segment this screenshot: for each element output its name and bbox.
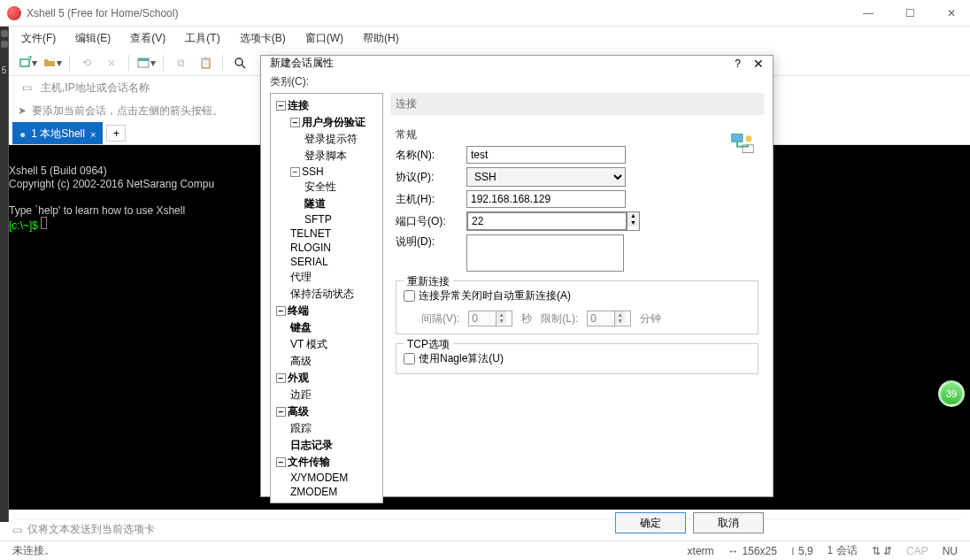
floating-badge[interactable]: 39	[938, 380, 965, 407]
protocol-select[interactable]: SSH	[466, 167, 626, 187]
general-label: 常规	[396, 127, 758, 142]
tree-logging[interactable]: 日志记录	[271, 437, 382, 454]
desc-input[interactable]	[466, 234, 624, 272]
copy-button[interactable]: ⧉	[171, 53, 190, 73]
window-close-button[interactable]: ✕	[940, 7, 963, 19]
tab-add-button[interactable]: +	[106, 125, 126, 142]
limit-label: 限制(L):	[541, 311, 578, 326]
tab-close-button[interactable]: ×	[90, 129, 96, 140]
status-cap: CAP	[906, 545, 928, 557]
menu-view[interactable]: 查看(V)	[127, 29, 169, 48]
section-header: 连接	[390, 93, 764, 115]
disconnect-button[interactable]: ⤫	[102, 53, 121, 73]
compose-hint[interactable]: 仅将文本发送到当前选项卡	[27, 522, 155, 537]
window-title: Xshell 5 (Free for Home/School)	[27, 7, 856, 19]
hint-text: 要添加当前会话，点击左侧的箭头按钮。	[32, 104, 223, 119]
nagle-checkbox[interactable]	[404, 353, 415, 364]
tree-appearance[interactable]: −外观	[271, 370, 382, 387]
tree-zmodem[interactable]: ZMODEM	[271, 485, 382, 499]
dialog-title: 新建会话属性	[270, 56, 735, 71]
terminal-prompt: [c:\~]$	[9, 219, 41, 232]
tree-keepalive[interactable]: 保持活动状态	[271, 286, 382, 303]
window-maximize-button[interactable]: ☐	[898, 7, 922, 19]
menu-file[interactable]: 文件(F)	[18, 29, 59, 48]
tree-xymodem[interactable]: X/YMODEM	[271, 471, 382, 485]
terminal-line: Type `help' to learn how to use Xshell	[9, 204, 185, 217]
limit-stepper[interactable]: ▲▼	[587, 311, 631, 326]
svg-line-5	[242, 65, 245, 68]
port-up-button[interactable]: ▲	[627, 212, 639, 219]
interval-stepper[interactable]: ▲▼	[468, 311, 512, 326]
tcp-legend: TCP选项	[404, 337, 453, 352]
menu-tab[interactable]: 选项卡(B)	[236, 29, 289, 48]
app-icon	[7, 6, 21, 20]
menu-edit[interactable]: 编辑(E)	[72, 29, 114, 48]
svg-point-8	[746, 135, 752, 142]
tree-margin[interactable]: 边距	[271, 387, 382, 403]
status-pos: ⁞5,9	[791, 545, 813, 557]
form-panel: 连接 常规 名称(N): 协议(P):	[390, 93, 764, 503]
cancel-button[interactable]: 取消	[693, 512, 764, 533]
tree-auth[interactable]: −用户身份验证	[271, 114, 382, 131]
status-term: xterm	[688, 545, 714, 557]
name-input[interactable]	[466, 146, 626, 164]
resize-icon: ↔	[728, 545, 739, 557]
tree-keyboard[interactable]: 键盘	[271, 319, 382, 336]
dialog-help-button[interactable]: ?	[735, 58, 741, 70]
tab-local-shell[interactable]: ● 1 本地Shell ×	[12, 122, 103, 144]
open-folder-button[interactable]: ▾	[42, 53, 62, 73]
tree-tunnel[interactable]: 隧道	[271, 196, 382, 212]
svg-rect-3	[138, 58, 149, 61]
tree-serial[interactable]: SERIAL	[271, 255, 382, 269]
window-minimize-button[interactable]: —	[856, 7, 881, 19]
search-button[interactable]	[230, 53, 250, 73]
tree-telnet[interactable]: TELNET	[271, 226, 382, 241]
ok-button[interactable]: 确定	[615, 512, 686, 533]
status-connection: 未连接。	[12, 543, 55, 558]
svg-rect-6	[732, 134, 743, 142]
tree-advanced-t[interactable]: 高级	[271, 353, 382, 370]
tree-login-script[interactable]: 登录脚本	[271, 148, 382, 165]
tree-terminal[interactable]: −终端	[271, 303, 382, 319]
tree-sftp[interactable]: SFTP	[271, 212, 382, 226]
port-stepper[interactable]: ▲▼	[466, 211, 640, 231]
terminal-cursor	[41, 217, 47, 229]
reconnect-button[interactable]: ⟲	[77, 53, 96, 73]
category-tree[interactable]: −连接 −用户身份验证 登录提示符 登录脚本 −SSH 安全性 隧道 SFTP …	[270, 93, 383, 503]
tree-file-transfer[interactable]: −文件传输	[271, 454, 382, 471]
new-session-button[interactable]: +▾	[18, 53, 37, 73]
tree-vtmode[interactable]: VT 模式	[271, 336, 382, 353]
min-label: 分钟	[640, 311, 661, 326]
properties-button[interactable]: ▾	[136, 53, 156, 73]
tree-proxy[interactable]: 代理	[271, 269, 382, 286]
status-arrows[interactable]: ⇅ ⇵	[872, 545, 892, 557]
menu-help[interactable]: 帮助(H)	[359, 29, 403, 48]
menu-window[interactable]: 窗口(W)	[302, 29, 347, 48]
port-input[interactable]	[467, 212, 627, 230]
tree-connection[interactable]: −连接	[271, 97, 382, 114]
tree-ssh[interactable]: −SSH	[271, 165, 382, 179]
tree-rlogin[interactable]: RLOGIN	[271, 241, 382, 255]
reconnect-group: 重新连接 连接异常关闭时自动重新连接(A) 间隔(V): ▲▼ 秒 限制(L):…	[396, 280, 758, 334]
compose-icon: ▭	[12, 524, 22, 536]
tree-advanced[interactable]: −高级	[271, 403, 382, 420]
auto-reconnect-checkbox[interactable]	[404, 290, 415, 302]
status-size: ↔156x25	[728, 545, 777, 557]
titlebar: Xshell 5 (Free for Home/School) — ☐ ✕	[0, 0, 970, 27]
reconnect-legend: 重新连接	[404, 274, 453, 289]
tree-security[interactable]: 安全性	[271, 179, 382, 196]
port-down-button[interactable]: ▼	[627, 219, 639, 226]
tree-login-prompt[interactable]: 登录提示符	[271, 131, 382, 148]
terminal-line: Copyright (c) 2002-2016 NetSarang Compu	[9, 178, 214, 190]
menu-tools[interactable]: 工具(T)	[181, 29, 223, 48]
tab-label: 1 本地Shell	[31, 127, 85, 142]
host-input[interactable]	[466, 190, 626, 208]
status-sessions: 1 会话	[828, 543, 858, 558]
svg-text:+: +	[27, 56, 32, 64]
port-label: 端口号(O):	[396, 214, 466, 229]
interval-label: 间隔(V):	[421, 311, 459, 326]
dialog-close-button[interactable]: ✕	[753, 57, 764, 71]
terminal-line: Xshell 5 (Build 0964)	[9, 165, 107, 177]
paste-button[interactable]: 📋	[196, 53, 215, 73]
tree-trace[interactable]: 跟踪	[271, 420, 382, 437]
